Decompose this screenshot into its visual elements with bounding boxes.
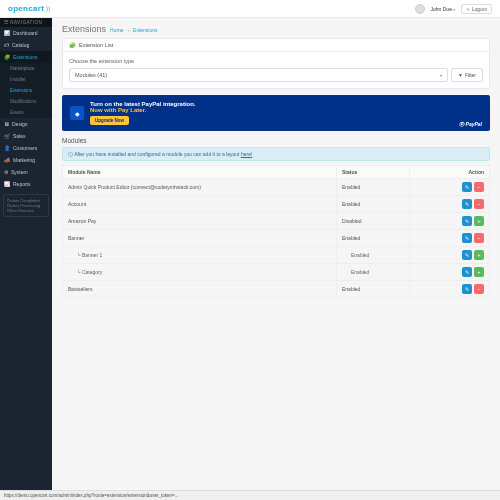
nav-design[interactable]: 🖥 Design [0, 118, 52, 130]
uninstall-button[interactable]: − [474, 284, 484, 294]
edit-button[interactable]: ✎ [462, 284, 472, 294]
upgrade-button[interactable]: Upgrade Now [90, 116, 129, 125]
uninstall-button[interactable]: − [474, 182, 484, 192]
nav-sub-events[interactable]: Events [0, 107, 52, 118]
edit-button[interactable]: ✎ [462, 233, 472, 243]
sidebar-stats: Orders Completed Orders Processing Other… [3, 194, 49, 217]
logo[interactable]: opencart⟩⟩ [8, 4, 50, 13]
table-row: AccountEnabled✎− [63, 196, 490, 213]
modules-table: Module Name Status Action Admin Quick Pr… [62, 165, 490, 298]
add-button[interactable]: + [474, 250, 484, 260]
install-button[interactable]: + [474, 216, 484, 226]
table-row: └ Banner 1Enabled✎+ [63, 247, 490, 264]
nav-sub-modifications[interactable]: Modifications [0, 96, 52, 107]
status-bar: https://demo.opencart.com/admin/index.ph… [0, 490, 500, 500]
nav-dashboard[interactable]: 📊 Dashboard [0, 27, 52, 39]
table-row: BestsellersEnabled✎− [63, 281, 490, 298]
modules-title: Modules [62, 137, 490, 144]
edit-button[interactable]: ✎ [462, 199, 472, 209]
info-link[interactable]: here! [241, 151, 252, 157]
nav-sub-installer[interactable]: Installer [0, 74, 52, 85]
nav-customers[interactable]: 👤 Customers [0, 142, 52, 154]
uninstall-button[interactable]: − [474, 199, 484, 209]
sidebar: ☰ NAVIGATION 📊 Dashboard 🏷 Catalog 🧩 Ext… [0, 18, 52, 500]
nav-sub-marketplace[interactable]: Marketplace [0, 63, 52, 74]
table-row: Admin Quick Product Editor (connect@code… [63, 179, 490, 196]
breadcrumb-current[interactable]: Extensions [133, 27, 157, 33]
filter-button[interactable]: ▼ Filter [451, 68, 483, 82]
nav-sales[interactable]: 🛒 Sales [0, 130, 52, 142]
nav-extensions[interactable]: 🧩 Extensions [0, 51, 52, 63]
paypal-icon: ◆ [70, 106, 84, 120]
info-alert: ⓘ After you have installed and configure… [62, 147, 490, 161]
table-row: BannerEnabled✎− [63, 230, 490, 247]
user-name[interactable]: John Doe ▾ [431, 6, 456, 12]
avatar[interactable] [415, 4, 425, 14]
breadcrumb-home[interactable]: Home [110, 27, 123, 33]
add-button[interactable]: + [474, 267, 484, 277]
edit-button[interactable]: ✎ [462, 267, 472, 277]
nav-sub-extensions[interactable]: Extensions [0, 85, 52, 96]
uninstall-button[interactable]: − [474, 233, 484, 243]
logout-button[interactable]: ⤷ Logout [461, 4, 492, 14]
table-row: Amazon PayDisabled✎+ [63, 213, 490, 230]
edit-button[interactable]: ✎ [462, 182, 472, 192]
col-status: Status [336, 166, 409, 179]
paypal-promo[interactable]: ◆ Turn on the latest PayPal integration.… [62, 95, 490, 131]
choose-label: Choose the extension type [69, 58, 483, 64]
table-row: └ CategoryEnabled✎+ [63, 264, 490, 281]
nav-marketing[interactable]: 📣 Marketing [0, 154, 52, 166]
extension-type-select[interactable]: Modules (41)▾ [69, 68, 448, 82]
nav-reports[interactable]: 📈 Reports [0, 178, 52, 190]
page-title: Extensions [62, 24, 106, 34]
paypal-brand: ⓟ PayPal [459, 121, 482, 127]
nav-catalog[interactable]: 🏷 Catalog [0, 39, 52, 51]
edit-button[interactable]: ✎ [462, 216, 472, 226]
nav-header: ☰ NAVIGATION [0, 18, 52, 27]
col-name: Module Name [63, 166, 337, 179]
col-action: Action [410, 166, 490, 179]
edit-button[interactable]: ✎ [462, 250, 472, 260]
panel-header: 🧩 Extension List [63, 39, 489, 52]
nav-system[interactable]: ⚙ System [0, 166, 52, 178]
